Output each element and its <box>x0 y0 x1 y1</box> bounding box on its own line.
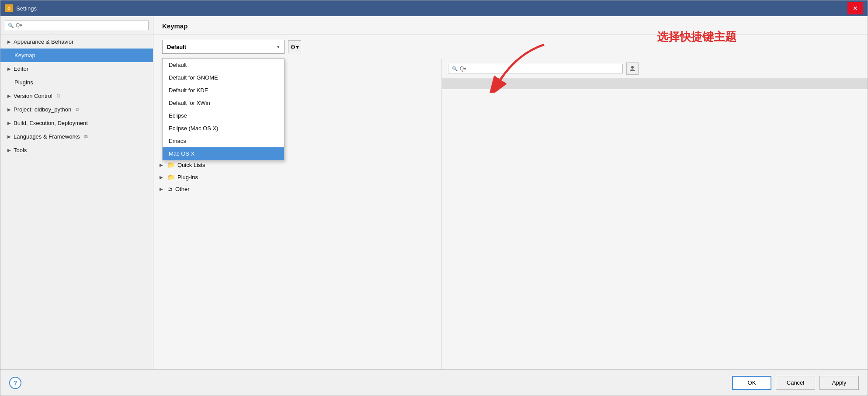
dropdown-item-eclipse[interactable]: Eclipse <box>163 109 284 122</box>
window-title: Settings <box>16 5 37 12</box>
title-bar: ⚙ Settings ✕ <box>0 0 868 16</box>
cancel-button[interactable]: Cancel <box>776 376 815 390</box>
sidebar-item-keymap[interactable]: Keymap <box>0 49 153 62</box>
sidebar-item-editor[interactable]: ▶ Editor <box>0 62 153 76</box>
sidebar-item-label: Plugins <box>14 79 33 86</box>
tree-item-plug-ins[interactable]: ▶ 📁 Plug-ins <box>153 171 441 183</box>
app-icon: ⚙ <box>5 4 13 12</box>
title-bar-left: ⚙ Settings <box>5 4 37 12</box>
arrow-icon: ▶ <box>160 163 165 167</box>
arrow-icon: ▶ <box>160 187 165 191</box>
dropdown-item-macosx[interactable]: Mac OS X <box>163 147 284 160</box>
folder-icon: 📁 <box>167 174 175 181</box>
folder-icon: 📁 <box>167 161 175 168</box>
tree-item-other[interactable]: ▶ 🗂 Other <box>153 183 441 195</box>
content-area: 🔍 ▶ Appearance & Behavior Keymap ▶ <box>0 16 868 369</box>
chevron-down-icon: ▾ <box>277 44 280 50</box>
main-panel: Keymap 选择快捷键主题 Default ▾ ⚙▾ Default Defa… <box>153 16 868 369</box>
tree-item-quick-lists[interactable]: ▶ 📁 Quick Lists <box>153 159 441 171</box>
tree-item-label: Plug-ins <box>177 174 198 181</box>
search-icon: 🔍 <box>8 23 14 28</box>
settings-window: ⚙ Settings ✕ 🔍 ▶ Appearance & Behavior <box>0 0 868 396</box>
dropdown-item-default[interactable]: Default <box>163 59 284 71</box>
bottom-right: OK Cancel Apply <box>732 376 859 390</box>
person-button[interactable] <box>626 63 639 75</box>
sidebar: 🔍 ▶ Appearance & Behavior Keymap ▶ <box>0 16 153 369</box>
person-icon <box>629 65 636 72</box>
arrow-icon: ▶ <box>7 66 11 71</box>
dropdown-item-eclipse-mac[interactable]: Eclipse (Mac OS X) <box>163 122 284 135</box>
arrow-icon: ▶ <box>7 134 11 139</box>
sidebar-item-label: Languages & Frameworks <box>14 133 80 140</box>
ok-button[interactable]: OK <box>732 376 771 390</box>
bottom-left: ? <box>9 377 21 389</box>
sidebar-item-version-control[interactable]: ▶ Version Control ⧉ <box>0 89 153 103</box>
sidebar-item-label: Tools <box>14 147 27 153</box>
sidebar-item-label: Build, Execution, Deployment <box>14 120 88 126</box>
sidebar-search-input[interactable] <box>16 22 146 28</box>
keymap-right-panel: 🔍 <box>442 59 868 369</box>
right-search-wrapper[interactable]: 🔍 <box>448 64 623 73</box>
sidebar-item-label: Keymap <box>14 52 35 59</box>
keymap-selected-value: Default <box>167 44 186 50</box>
sidebar-search-bar: 🔍 <box>0 16 153 35</box>
sidebar-item-project[interactable]: ▶ Project: oldboy_python ⧉ <box>0 103 153 116</box>
copy-icon: ⧉ <box>57 93 60 99</box>
dropdown-item-default-kde[interactable]: Default for KDE <box>163 84 284 97</box>
gear-button[interactable]: ⚙▾ <box>288 40 301 53</box>
arrow-icon: ▶ <box>7 39 11 44</box>
sidebar-item-label: Editor <box>14 66 28 72</box>
sidebar-item-build[interactable]: ▶ Build, Execution, Deployment <box>0 116 153 130</box>
apply-button[interactable]: Apply <box>819 376 859 390</box>
right-search-input[interactable] <box>460 66 619 72</box>
sidebar-item-plugins[interactable]: Plugins <box>0 76 153 89</box>
bottom-bar: ? OK Cancel Apply <box>0 369 868 396</box>
sidebar-item-label: Appearance & Behavior <box>14 38 73 45</box>
keymap-title: Keymap <box>153 16 868 35</box>
arrow-icon: ▶ <box>7 94 11 98</box>
keymap-dropdown-menu: Default Default for GNOME Default for KD… <box>162 58 285 160</box>
dropdown-item-emacs[interactable]: Emacs <box>163 135 284 147</box>
dropdown-item-default-xwin[interactable]: Default for XWin <box>163 97 284 109</box>
arrow-icon: ▶ <box>7 148 11 153</box>
dropdown-item-default-gnome[interactable]: Default for GNOME <box>163 71 284 84</box>
sidebar-item-tools[interactable]: ▶ Tools <box>0 143 153 157</box>
copy-icon: ⧉ <box>84 134 88 139</box>
help-button[interactable]: ? <box>9 377 21 389</box>
sidebar-item-languages[interactable]: ▶ Languages & Frameworks ⧉ <box>0 130 153 143</box>
nav-items: ▶ Appearance & Behavior Keymap ▶ Editor … <box>0 35 153 369</box>
right-search-bar: 🔍 <box>442 59 868 79</box>
sidebar-item-label: Version Control <box>14 93 52 99</box>
special-icon: 🗂 <box>167 186 173 192</box>
copy-icon: ⧉ <box>76 107 79 112</box>
arrow-icon: ▶ <box>160 175 165 180</box>
keymap-dropdown[interactable]: Default ▾ <box>162 40 285 54</box>
tree-item-label: Quick Lists <box>177 162 205 168</box>
sidebar-item-appearance[interactable]: ▶ Appearance & Behavior <box>0 35 153 49</box>
sidebar-search-wrapper[interactable]: 🔍 <box>5 21 149 30</box>
keymap-toolbar: Default ▾ ⚙▾ Default Default for GNOME D… <box>153 35 868 59</box>
arrow-icon: ▶ <box>7 107 11 112</box>
svg-point-0 <box>631 66 634 69</box>
sidebar-item-label: Project: oldboy_python <box>14 106 71 113</box>
close-button[interactable]: ✕ <box>847 2 863 14</box>
search-icon: 🔍 <box>452 66 458 72</box>
arrow-icon: ▶ <box>7 121 11 125</box>
tree-item-label: Other <box>175 186 190 192</box>
column-header-bar <box>442 79 868 89</box>
